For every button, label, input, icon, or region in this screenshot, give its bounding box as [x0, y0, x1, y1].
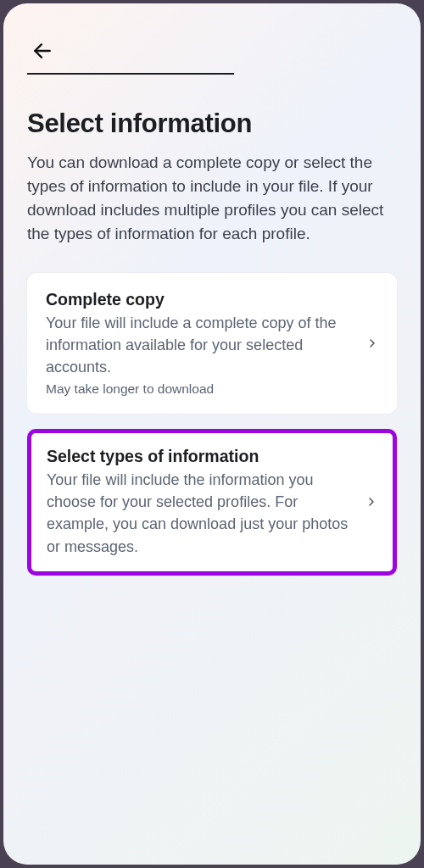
- chevron-right-icon: [363, 334, 382, 353]
- card-body: Select types of information Your file wi…: [47, 447, 362, 557]
- option-title: Complete copy: [46, 290, 356, 309]
- card-body: Complete copy Your file will include a c…: [46, 290, 363, 397]
- option-note: May take longer to download: [46, 381, 356, 397]
- back-button[interactable]: [27, 36, 58, 66]
- option-description: Your file will include the information y…: [47, 469, 355, 557]
- header: [3, 3, 421, 85]
- arrow-left-icon: [31, 40, 53, 62]
- option-select-types[interactable]: Select types of information Your file wi…: [27, 429, 397, 575]
- chevron-right-icon: [362, 492, 381, 511]
- page-description: You can download a complete copy or sele…: [27, 151, 397, 246]
- page-title: Select information: [27, 108, 397, 139]
- option-description: Your file will include a complete copy o…: [46, 312, 356, 378]
- option-title: Select types of information: [47, 447, 355, 466]
- content: Select information You can download a co…: [3, 85, 421, 576]
- screen: Select information You can download a co…: [3, 3, 421, 865]
- option-complete-copy[interactable]: Complete copy Your file will include a c…: [27, 273, 397, 414]
- header-divider: [27, 73, 234, 75]
